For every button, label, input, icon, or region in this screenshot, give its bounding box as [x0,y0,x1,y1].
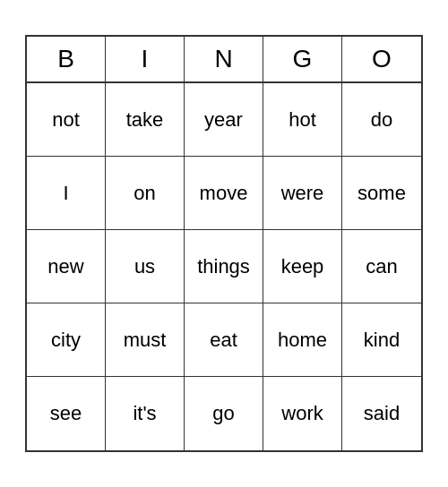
bingo-cell-r3-c2: eat [185,303,263,377]
bingo-cell-r0-c1: take [106,83,185,157]
bingo-row-0: nottakeyearhotdo [27,83,421,157]
bingo-cell-r3-c4: kind [342,303,421,377]
bingo-cell-r0-c4: do [342,83,421,157]
bingo-row-3: citymusteathomekind [27,303,421,377]
bingo-row-1: Ionmoveweresome [27,157,421,230]
bingo-card: BINGO nottakeyearhotdoIonmoveweresomenew… [25,35,423,452]
bingo-cell-r4-c1: it's [106,377,185,450]
header-cell-n: N [185,37,263,83]
bingo-cell-r2-c0: new [27,230,106,303]
bingo-row-2: newusthingskeepcan [27,230,421,303]
bingo-cell-r0-c2: year [185,83,263,157]
header-cell-i: I [106,37,185,83]
bingo-cell-r4-c2: go [185,377,263,450]
bingo-cell-r1-c3: were [263,157,342,230]
bingo-cell-r1-c1: on [106,157,185,230]
bingo-cell-r0-c0: not [27,83,106,157]
bingo-cell-r4-c3: work [263,377,342,450]
bingo-body: nottakeyearhotdoIonmoveweresomenewusthin… [27,83,421,450]
bingo-cell-r0-c3: hot [263,83,342,157]
bingo-cell-r1-c0: I [27,157,106,230]
bingo-header-row: BINGO [27,37,421,83]
bingo-cell-r4-c4: said [342,377,421,450]
bingo-cell-r1-c4: some [342,157,421,230]
header-cell-o: O [342,37,421,83]
bingo-cell-r4-c0: see [27,377,106,450]
bingo-cell-r3-c3: home [263,303,342,377]
bingo-cell-r3-c1: must [106,303,185,377]
header-cell-b: B [27,37,106,83]
bingo-cell-r2-c2: things [185,230,263,303]
bingo-cell-r2-c3: keep [263,230,342,303]
bingo-row-4: seeit'sgoworksaid [27,377,421,450]
bingo-cell-r3-c0: city [27,303,106,377]
bingo-cell-r2-c1: us [106,230,185,303]
bingo-cell-r2-c4: can [342,230,421,303]
bingo-cell-r1-c2: move [185,157,263,230]
header-cell-g: G [263,37,342,83]
